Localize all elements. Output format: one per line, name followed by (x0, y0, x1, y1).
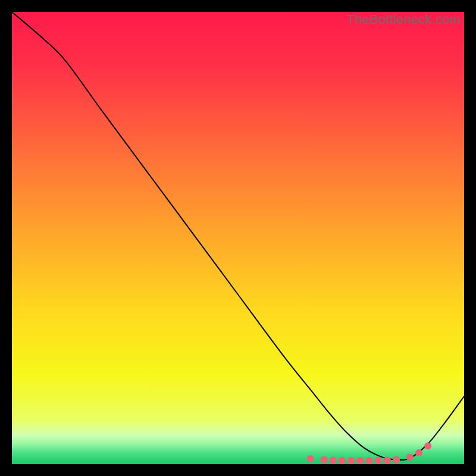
marker-dot (393, 456, 400, 463)
chart-frame: TheBottleneck.com (12, 12, 464, 464)
marker-dot (415, 449, 422, 456)
marker-dot (307, 455, 314, 462)
marker-dot (375, 457, 382, 464)
watermark-text: TheBottleneck.com (346, 12, 461, 27)
marker-dot (384, 456, 391, 464)
marker-dot (320, 456, 327, 463)
marker-dot (424, 443, 431, 450)
bottleneck-chart (12, 12, 464, 464)
marker-dot (330, 456, 337, 464)
marker-dot (406, 454, 414, 461)
marker-dot (356, 457, 364, 464)
marker-dot (339, 457, 346, 464)
marker-dot (365, 457, 372, 464)
marker-dot (347, 457, 355, 464)
